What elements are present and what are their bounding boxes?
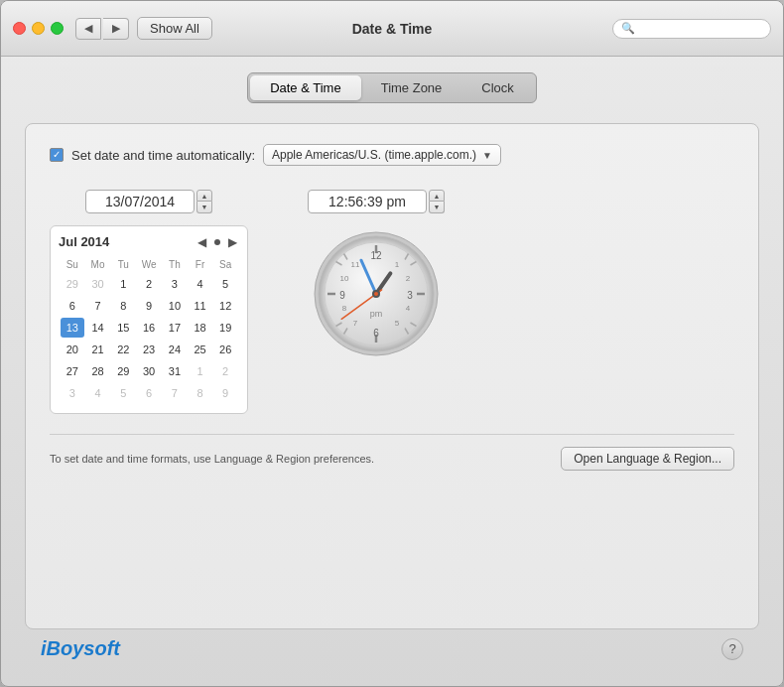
cal-header-fr: Fr bbox=[189, 257, 212, 272]
table-row: 13 14 15 16 17 18 19 bbox=[61, 318, 237, 338]
iboysoft-logo: iBoysoft bbox=[41, 637, 120, 660]
cal-day-2[interactable]: 2 bbox=[137, 274, 161, 294]
cal-day-17[interactable]: 17 bbox=[163, 318, 187, 338]
help-button[interactable]: ? bbox=[721, 638, 743, 660]
footer-text: To set date and time formats, use Langua… bbox=[50, 453, 374, 465]
date-section: ▲ ▼ Jul 2014 ◀ ▶ bbox=[50, 190, 248, 414]
cal-day-12[interactable]: 12 bbox=[213, 296, 237, 316]
cal-day-9[interactable]: 9 bbox=[137, 296, 161, 316]
auto-set-checkbox-container[interactable]: ✓ bbox=[50, 148, 64, 162]
cal-header-mo: Mo bbox=[86, 257, 110, 272]
cal-day-3[interactable]: 3 bbox=[163, 274, 187, 294]
cal-day-13-selected[interactable]: 13 bbox=[61, 318, 84, 338]
time-increment-button[interactable]: ▲ bbox=[429, 190, 445, 202]
tab-date-time[interactable]: Date & Time bbox=[250, 75, 361, 100]
show-all-button[interactable]: Show All bbox=[137, 17, 212, 40]
cal-day-16[interactable]: 16 bbox=[137, 318, 161, 338]
cal-day-1[interactable]: 1 bbox=[111, 274, 135, 294]
cal-day-18[interactable]: 18 bbox=[189, 318, 212, 338]
close-button[interactable] bbox=[13, 22, 26, 35]
cal-day-26[interactable]: 26 bbox=[213, 340, 237, 359]
auto-set-row: ✓ Set date and time automatically: Apple… bbox=[50, 144, 734, 166]
chevron-down-icon: ▼ bbox=[482, 150, 492, 161]
svg-text:8: 8 bbox=[342, 304, 347, 313]
cal-day-10[interactable]: 10 bbox=[163, 296, 187, 316]
minimize-button[interactable] bbox=[32, 22, 45, 35]
server-select[interactable]: Apple Americas/U.S. (time.apple.com.) ▼ bbox=[263, 144, 501, 166]
cal-day-22[interactable]: 22 bbox=[111, 340, 135, 359]
table-row: 6 7 8 9 10 11 12 bbox=[61, 296, 237, 316]
cal-day-8-next[interactable]: 8 bbox=[189, 383, 212, 403]
cal-day-3-next[interactable]: 3 bbox=[61, 383, 84, 403]
calendar-today-dot[interactable] bbox=[214, 239, 220, 245]
cal-day-25[interactable]: 25 bbox=[189, 340, 212, 359]
time-stepper: ▲ ▼ bbox=[429, 190, 445, 213]
cal-day-2-next[interactable]: 2 bbox=[213, 361, 237, 381]
tab-clock[interactable]: Clock bbox=[461, 75, 534, 100]
cal-day-24[interactable]: 24 bbox=[163, 340, 187, 359]
cal-day-19[interactable]: 19 bbox=[213, 318, 237, 338]
cal-day-7[interactable]: 7 bbox=[86, 296, 110, 316]
main-window: ◀ ▶ Show All Date & Time 🔍 Date & Time T… bbox=[0, 0, 784, 687]
auto-set-checkbox[interactable]: ✓ bbox=[50, 148, 64, 162]
table-row: 27 28 29 30 31 1 2 bbox=[61, 361, 237, 381]
calendar-next-button[interactable]: ▶ bbox=[226, 235, 239, 249]
date-input[interactable] bbox=[85, 190, 195, 213]
maximize-button[interactable] bbox=[51, 22, 64, 35]
svg-text:7: 7 bbox=[353, 319, 358, 328]
window-title: Date & Time bbox=[352, 21, 433, 37]
cal-day-6-next[interactable]: 6 bbox=[137, 383, 161, 403]
svg-text:2: 2 bbox=[406, 274, 411, 283]
cal-day-28[interactable]: 28 bbox=[86, 361, 110, 381]
cal-header-su: Su bbox=[61, 257, 84, 272]
calendar-month-year: Jul 2014 bbox=[59, 234, 109, 249]
date-decrement-button[interactable]: ▼ bbox=[196, 202, 212, 213]
cal-day-15[interactable]: 15 bbox=[111, 318, 135, 338]
cal-header-sa: Sa bbox=[213, 257, 237, 272]
cal-day-9-next[interactable]: 9 bbox=[213, 383, 237, 403]
svg-text:5: 5 bbox=[395, 319, 400, 328]
cal-day-20[interactable]: 20 bbox=[61, 340, 84, 359]
cal-day-1-next[interactable]: 1 bbox=[189, 361, 212, 381]
tabs: Date & Time Time Zone Clock bbox=[247, 72, 537, 103]
cal-day-29-prev[interactable]: 29 bbox=[61, 274, 84, 294]
cal-day-23[interactable]: 23 bbox=[137, 340, 161, 359]
cal-day-6[interactable]: 6 bbox=[61, 296, 84, 316]
search-input[interactable] bbox=[639, 22, 762, 36]
server-select-text: Apple Americas/U.S. (time.apple.com.) bbox=[272, 148, 476, 162]
cal-day-27[interactable]: 27 bbox=[61, 361, 84, 381]
cal-day-30[interactable]: 30 bbox=[137, 361, 161, 381]
traffic-lights bbox=[13, 22, 64, 35]
cal-day-5-next[interactable]: 5 bbox=[111, 383, 135, 403]
cal-day-4-next[interactable]: 4 bbox=[86, 383, 110, 403]
back-button[interactable]: ◀ bbox=[75, 18, 101, 40]
calendar-nav: ◀ ▶ bbox=[196, 235, 239, 249]
cal-day-21[interactable]: 21 bbox=[86, 340, 110, 359]
date-increment-button[interactable]: ▲ bbox=[196, 190, 212, 202]
svg-text:10: 10 bbox=[340, 274, 349, 283]
cal-day-11[interactable]: 11 bbox=[189, 296, 212, 316]
cal-header-th: Th bbox=[163, 257, 187, 272]
cal-day-7-next[interactable]: 7 bbox=[163, 383, 187, 403]
tab-time-zone[interactable]: Time Zone bbox=[361, 75, 462, 100]
open-language-region-button[interactable]: Open Language & Region... bbox=[561, 447, 734, 471]
clock-face: 12 3 6 9 1 2 4 5 7 8 10 11 bbox=[312, 229, 441, 358]
svg-text:12: 12 bbox=[370, 250, 382, 261]
forward-button[interactable]: ▶ bbox=[103, 18, 129, 40]
cal-day-29[interactable]: 29 bbox=[111, 361, 135, 381]
calendar-prev-button[interactable]: ◀ bbox=[196, 235, 208, 249]
svg-text:pm: pm bbox=[370, 309, 383, 319]
time-decrement-button[interactable]: ▼ bbox=[429, 202, 445, 213]
cal-day-4[interactable]: 4 bbox=[189, 274, 212, 294]
cal-day-5[interactable]: 5 bbox=[213, 274, 237, 294]
cal-day-30-prev[interactable]: 30 bbox=[86, 274, 110, 294]
search-box[interactable]: 🔍 bbox=[612, 19, 771, 39]
table-row: 29 30 1 2 3 4 5 bbox=[61, 274, 237, 294]
time-input[interactable] bbox=[308, 190, 427, 213]
clock-svg: 12 3 6 9 1 2 4 5 7 8 10 11 bbox=[312, 229, 441, 358]
cal-day-8[interactable]: 8 bbox=[111, 296, 135, 316]
cal-day-31[interactable]: 31 bbox=[163, 361, 187, 381]
main-panel: ✓ Set date and time automatically: Apple… bbox=[25, 123, 759, 629]
cal-day-14[interactable]: 14 bbox=[86, 318, 110, 338]
table-row: 3 4 5 6 7 8 9 bbox=[61, 383, 237, 403]
